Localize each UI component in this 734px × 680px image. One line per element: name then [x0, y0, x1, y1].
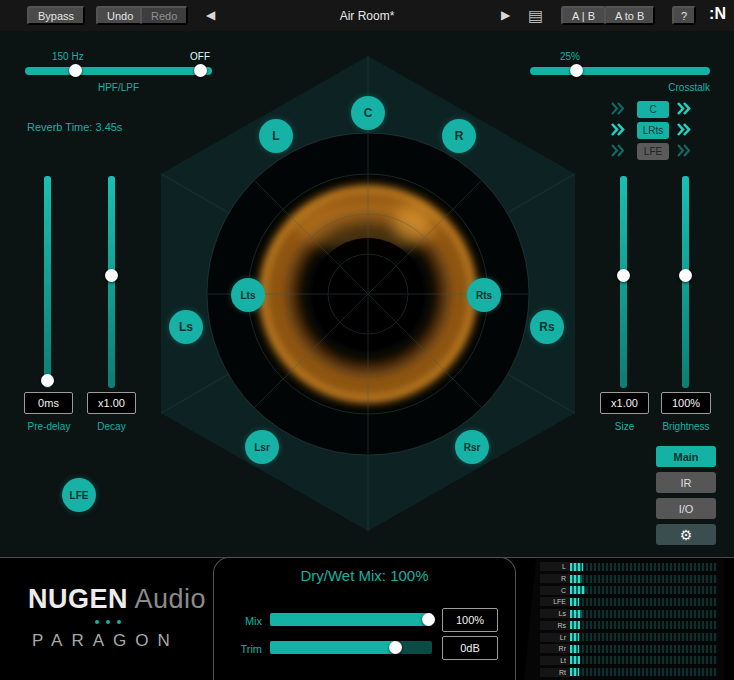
predelay-value-box[interactable]: 0ms: [24, 392, 73, 414]
meter-bar: [570, 656, 718, 664]
trim-value-box[interactable]: 0dB: [442, 636, 498, 660]
size-value-box[interactable]: x1.00: [600, 392, 649, 414]
meter-row: Lt: [540, 655, 718, 667]
brand-audio: Audio: [135, 584, 207, 614]
preset-list-icon[interactable]: ▤: [528, 6, 543, 25]
channel-node-rts[interactable]: Rts: [467, 278, 501, 312]
meter-bar: [570, 575, 718, 583]
ab-compare-button[interactable]: A | B: [561, 6, 606, 25]
view-main-button[interactable]: Main: [656, 446, 716, 467]
mix-label: Mix: [228, 615, 262, 627]
meter-label: Ls: [540, 609, 570, 618]
routing-out-c-icon[interactable]: [676, 101, 691, 116]
meter-label: Rs: [540, 621, 570, 630]
meter-bar: [570, 586, 718, 594]
channel-node-c[interactable]: C: [351, 96, 385, 130]
view-io-button[interactable]: I/O: [656, 498, 716, 519]
brand-nugen: NUGEN: [28, 584, 128, 614]
preset-next-icon[interactable]: ▶: [501, 8, 510, 22]
meter-bar: [570, 598, 718, 606]
routing-c-button[interactable]: C: [637, 101, 669, 118]
brand-dots-icon: [95, 620, 121, 624]
channel-node-rs[interactable]: Rs: [530, 310, 564, 344]
routing-lrts-button[interactable]: LRts: [637, 122, 669, 139]
mix-slider-track[interactable]: [270, 613, 432, 626]
meter-row: LFE: [540, 596, 718, 608]
meter-label: LFE: [540, 597, 570, 606]
meter-row: L: [540, 561, 718, 573]
a-to-b-button[interactable]: A to B: [604, 6, 655, 25]
meter-bar: [570, 645, 718, 653]
hpf-value-label: 150 Hz: [52, 51, 84, 62]
top-toolbar: Air Room* Bypass Undo Redo ◀ ▶ ▤ A | B A…: [0, 0, 734, 31]
size-slider-handle[interactable]: [617, 269, 630, 282]
meter-bar: [570, 633, 718, 641]
trim-slider-handle[interactable]: [389, 641, 402, 654]
channel-node-ls[interactable]: Ls: [169, 310, 203, 344]
hpf-slider-handle[interactable]: [69, 64, 82, 77]
meter-label: R: [540, 574, 570, 583]
help-button[interactable]: ?: [672, 6, 696, 25]
gear-icon: ⚙: [680, 527, 693, 543]
channel-node-lsr[interactable]: Lsr: [245, 430, 279, 464]
mix-slider-fill: [270, 613, 432, 626]
meter-row: Rr: [540, 643, 718, 655]
predelay-slider-handle[interactable]: [41, 374, 54, 387]
paragon-plugin-window: Air Room* Bypass Undo Redo ◀ ▶ ▤ A | B A…: [0, 0, 734, 680]
decay-slider-handle[interactable]: [105, 269, 118, 282]
routing-in-lrts-icon[interactable]: [610, 122, 625, 137]
meter-label: Lr: [540, 633, 570, 642]
channel-node-rsr[interactable]: Rsr: [455, 430, 489, 464]
trim-slider-track[interactable]: [270, 641, 432, 654]
settings-gear-button[interactable]: ⚙: [656, 524, 716, 545]
brightness-slider-track[interactable]: [682, 176, 689, 388]
trim-slider-fill: [270, 641, 396, 654]
brightness-value-box[interactable]: 100%: [661, 392, 711, 414]
redo-button[interactable]: Redo: [140, 6, 188, 25]
meter-row: C: [540, 584, 718, 596]
meter-row: Rs: [540, 620, 718, 632]
meter-bar: [570, 668, 718, 676]
size-slider-track[interactable]: [620, 176, 627, 388]
crosstalk-label: Crosstalk: [600, 82, 710, 93]
bypass-button[interactable]: Bypass: [27, 6, 85, 25]
brightness-label: Brightness: [650, 421, 722, 432]
meter-label: C: [540, 586, 570, 595]
view-ir-button[interactable]: IR: [656, 472, 716, 493]
meter-label: L: [540, 562, 570, 571]
brightness-slider-handle[interactable]: [679, 269, 692, 282]
meter-bar: [570, 621, 718, 629]
routing-in-lfe-icon[interactable]: [610, 143, 625, 158]
mix-value-box[interactable]: 100%: [442, 608, 498, 632]
meter-label: Rr: [540, 644, 570, 653]
meter-bar: [570, 563, 718, 571]
trim-label: Trim: [228, 643, 262, 655]
decay-label: Decay: [87, 421, 136, 432]
size-label: Size: [600, 421, 649, 432]
undo-button[interactable]: Undo: [96, 6, 144, 25]
brand-logo: NUGEN Audio: [28, 584, 206, 615]
routing-lfe-button[interactable]: LFE: [637, 143, 669, 160]
reverb-time-readout: Reverb Time: 3.45s: [27, 121, 122, 133]
meter-label: Rt: [540, 668, 570, 677]
decay-slider-track[interactable]: [108, 176, 115, 388]
mix-slider-handle[interactable]: [422, 613, 435, 626]
channel-meters: L R C LFE Ls Rs Lr Rr Lt Rt: [516, 559, 724, 680]
routing-in-c-icon[interactable]: [610, 101, 625, 116]
meter-row: R: [540, 573, 718, 585]
drywet-readout: Dry/Wet Mix: 100%: [213, 567, 516, 584]
preset-prev-icon[interactable]: ◀: [206, 8, 215, 22]
channel-node-lfe[interactable]: LFE: [62, 478, 96, 512]
channel-node-r[interactable]: R: [442, 119, 476, 153]
predelay-label: Pre-delay: [10, 421, 88, 432]
decay-value-box[interactable]: x1.00: [87, 392, 136, 414]
routing-out-lfe-icon[interactable]: [676, 143, 691, 158]
routing-out-lrts-icon[interactable]: [676, 122, 691, 137]
meter-bar: [570, 610, 718, 618]
channel-node-l[interactable]: L: [259, 119, 293, 153]
meter-row: Rt: [540, 666, 718, 678]
channel-node-lts[interactable]: Lts: [231, 278, 265, 312]
predelay-slider-track[interactable]: [44, 176, 51, 388]
product-name: PARAGON: [32, 631, 179, 651]
meter-label: Lt: [540, 656, 570, 665]
